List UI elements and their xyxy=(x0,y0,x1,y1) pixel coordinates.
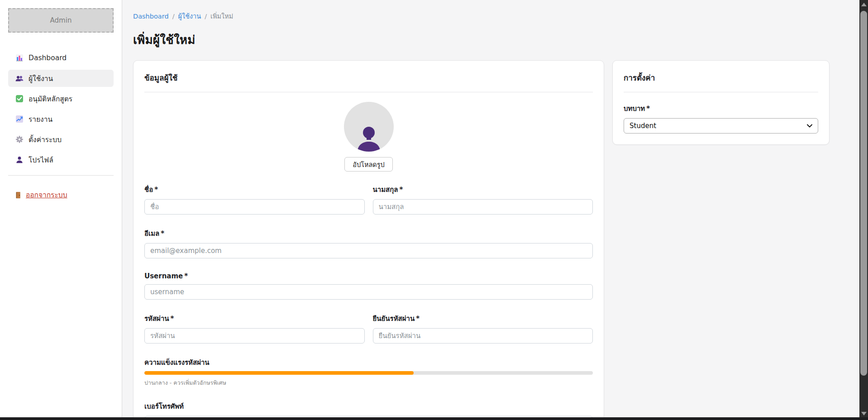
password-strength-group: ความแข็งแรงรหัสผ่าน ปานกลาง - ควรเพิ่มตั… xyxy=(144,357,593,387)
reports-graph-icon xyxy=(15,115,24,123)
scrollbar-thumb[interactable] xyxy=(860,11,867,376)
email-group: อีเมล* xyxy=(144,228,593,258)
username-group: Username* xyxy=(144,272,593,300)
password-group: รหัสผ่าน* xyxy=(144,313,365,344)
sidebar-item-label: Dashboard xyxy=(29,54,67,62)
dashboard-chart-icon xyxy=(15,54,24,62)
logout-label: ออกจากระบบ xyxy=(26,189,67,200)
first-name-group: ชื่อ* xyxy=(144,184,365,215)
role-select[interactable]: Student xyxy=(624,118,818,134)
sidebar-item-label: ตั้งค่าระบบ xyxy=(29,134,62,145)
user-info-card: ข้อมูลผู้ใช้ อัปโหลดรูป xyxy=(133,60,604,420)
profile-person-icon xyxy=(15,156,24,164)
breadcrumb-separator: / xyxy=(172,13,175,20)
role-label: บทบาท* xyxy=(624,103,818,114)
main-content: Dashboard / ผู้ใช้งาน / เพิ่มใหม่ เพิ่มผ… xyxy=(122,0,859,420)
scrollbar-up-arrow[interactable] xyxy=(859,0,868,9)
sidebar-item-label: รายงาน xyxy=(29,114,52,125)
email-input[interactable] xyxy=(144,243,593,258)
sidebar-item-dashboard[interactable]: Dashboard xyxy=(8,49,114,67)
phone-label: เบอร์โทรศัพท์ xyxy=(144,401,593,412)
logo-text: Admin xyxy=(50,16,72,24)
avatar-block: อัปโหลดรูป xyxy=(144,102,593,172)
password-input[interactable] xyxy=(144,328,365,344)
card-divider xyxy=(144,92,593,92)
password-strength-track xyxy=(144,371,593,375)
page-title: เพิ่มผู้ใช้ใหม่ xyxy=(133,30,849,49)
approve-check-icon xyxy=(15,95,24,103)
breadcrumb-users[interactable]: ผู้ใช้งาน xyxy=(178,11,201,21)
sidebar-item-label: อนุมัติหลักสูตร xyxy=(29,93,72,105)
sidebar-nav: Dashboard ผู้ใช้งาน อนุมัติหลักสูตร รายง… xyxy=(8,49,114,168)
last-name-group: นามสกุล* xyxy=(373,184,593,215)
sidebar-item-system-settings[interactable]: ตั้งค่าระบบ xyxy=(8,131,114,148)
card-divider xyxy=(624,92,818,92)
breadcrumb-current: เพิ่มใหม่ xyxy=(210,11,233,21)
password-label: รหัสผ่าน* xyxy=(144,313,365,324)
breadcrumb: Dashboard / ผู้ใช้งาน / เพิ่มใหม่ xyxy=(133,11,849,21)
confirm-password-label: ยืนยันรหัสผ่าน* xyxy=(373,313,593,324)
sidebar-item-label: ผู้ใช้งาน xyxy=(29,73,53,84)
last-name-input[interactable] xyxy=(373,199,593,215)
sidebar: Admin Dashboard ผู้ใช้งาน อนุมัติหลักสูต… xyxy=(0,0,122,420)
settings-card: การตั้งค่า บทบาท* Student xyxy=(612,60,830,145)
username-input[interactable] xyxy=(144,284,593,300)
sidebar-item-approve-courses[interactable]: อนุมัติหลักสูตร xyxy=(8,90,114,107)
scrollbar-down-arrow[interactable] xyxy=(859,409,868,418)
chevron-down-icon xyxy=(807,124,812,128)
avatar xyxy=(344,102,394,152)
username-label: Username* xyxy=(144,272,593,280)
person-silhouette-icon xyxy=(355,125,383,152)
first-name-label: ชื่อ* xyxy=(144,184,365,195)
sidebar-item-label: โปรไฟล์ xyxy=(29,154,53,166)
password-strength-fill xyxy=(144,371,414,375)
logout-door-icon xyxy=(14,191,22,199)
confirm-password-input[interactable] xyxy=(373,328,593,344)
email-label: อีเมล* xyxy=(144,228,593,239)
sidebar-item-reports[interactable]: รายงาน xyxy=(8,110,114,128)
password-strength-hint: ปานกลาง - ควรเพิ่มตัวอักษรพิเศษ xyxy=(144,378,593,387)
confirm-password-group: ยืนยันรหัสผ่าน* xyxy=(373,313,593,344)
up-triangle-icon xyxy=(861,3,867,6)
logo-placeholder: Admin xyxy=(8,8,114,33)
vertical-scrollbar xyxy=(859,0,868,420)
upload-photo-button[interactable]: อัปโหลดรูป xyxy=(344,157,393,172)
logout-link[interactable]: ออกจากระบบ xyxy=(8,189,114,200)
sidebar-item-profile[interactable]: โปรไฟล์ xyxy=(8,151,114,168)
down-triangle-icon xyxy=(861,412,867,415)
sidebar-item-users[interactable]: ผู้ใช้งาน xyxy=(8,70,114,87)
breadcrumb-dashboard[interactable]: Dashboard xyxy=(133,13,169,20)
app-window: Admin Dashboard ผู้ใช้งาน อนุมัติหลักสูต… xyxy=(0,0,859,420)
password-strength-label: ความแข็งแรงรหัสผ่าน xyxy=(144,357,593,368)
cards-row: ข้อมูลผู้ใช้ อัปโหลดรูป xyxy=(133,60,849,420)
last-name-label: นามสกุล* xyxy=(373,184,593,195)
breadcrumb-separator: / xyxy=(205,13,207,20)
role-selected-value: Student xyxy=(630,122,656,130)
role-group: บทบาท* Student xyxy=(624,103,818,134)
settings-gear-icon xyxy=(15,135,24,143)
sidebar-divider xyxy=(8,175,114,176)
users-icon xyxy=(15,74,24,82)
first-name-input[interactable] xyxy=(144,199,365,215)
bottom-window-border xyxy=(0,417,868,420)
settings-card-title: การตั้งค่า xyxy=(624,72,818,84)
user-form: ชื่อ* นามสกุล* อีเมล* Username* xyxy=(144,184,593,420)
user-info-card-title: ข้อมูลผู้ใช้ xyxy=(144,72,593,84)
